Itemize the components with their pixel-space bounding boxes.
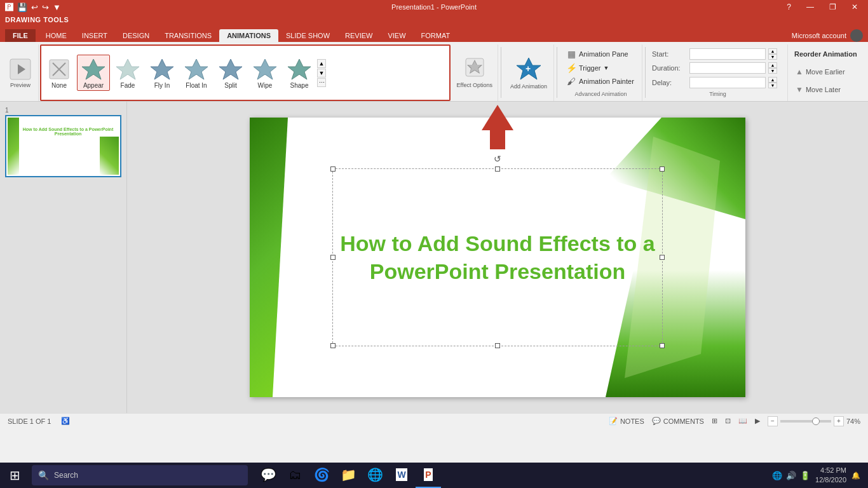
scroll-down-button[interactable]: ▼ xyxy=(317,69,326,78)
notification-icon[interactable]: 🔔 xyxy=(851,471,860,480)
handle-middle-left[interactable] xyxy=(330,255,336,260)
anim-split[interactable]: Split xyxy=(214,55,247,91)
tab-transitions[interactable]: TRANSITIONS xyxy=(157,29,219,42)
taskbar-app-powerpoint[interactable]: P xyxy=(416,463,441,488)
help-button[interactable]: ? xyxy=(782,0,796,14)
preview-button[interactable] xyxy=(9,58,32,81)
start-button[interactable]: ⊞ xyxy=(0,463,29,488)
undo-icon[interactable]: ↩ xyxy=(31,3,38,12)
anim-appear[interactable]: Appear xyxy=(77,55,110,91)
normal-view-icon[interactable]: ⊞ xyxy=(712,417,717,425)
comments-icon: 💬 xyxy=(652,417,661,425)
fit-view-icon[interactable]: ⊡ xyxy=(725,417,731,425)
handle-top-right[interactable] xyxy=(660,166,665,172)
ribbon-group-add-animation[interactable]: + Add Animation xyxy=(504,44,554,101)
fade-icon xyxy=(115,57,140,82)
scroll-more-button[interactable]: ⋯ xyxy=(317,78,326,87)
delay-input[interactable] xyxy=(689,77,766,88)
animation-painter-button[interactable]: 🖌 Animation Painter xyxy=(565,76,637,87)
anim-floatin[interactable]: Float In xyxy=(180,55,213,91)
status-right: 📝 NOTES 💬 COMMENTS ⊞ ⊡ 📖 ▶ − + 74% xyxy=(609,416,860,426)
slide-textbox[interactable]: ↺ How to Add Sound Effects to a PowerPoi… xyxy=(332,168,663,346)
taskbar-app-taskview[interactable]: 🗂 xyxy=(282,463,308,488)
comments-button[interactable]: 💬 COMMENTS xyxy=(652,417,704,425)
taskbar-app-chrome[interactable]: 🌐 xyxy=(362,463,388,488)
handle-bottom-middle[interactable] xyxy=(495,343,500,348)
start-spin-down[interactable]: ▼ xyxy=(768,54,777,60)
redo-icon[interactable]: ↪ xyxy=(42,3,49,12)
advanced-group-label: Advanced Animation xyxy=(565,91,637,97)
zoom-in-button[interactable]: + xyxy=(834,416,844,426)
handle-bottom-right[interactable] xyxy=(660,343,665,348)
save-icon[interactable]: 💾 xyxy=(17,3,27,12)
taskbar-app-explorer[interactable]: 📁 xyxy=(336,463,361,488)
slide-canvas: ↺ How to Add Sound Effects to a PowerPoi… xyxy=(250,118,745,397)
restore-button[interactable]: ❐ xyxy=(824,0,841,14)
trigger-button[interactable]: ⚡ Trigger ▼ xyxy=(565,62,637,74)
duration-input[interactable] xyxy=(689,62,766,74)
scroll-up-button[interactable]: ▲ xyxy=(317,59,326,68)
handle-middle-right[interactable] xyxy=(660,255,665,260)
handle-top-left[interactable] xyxy=(330,166,336,172)
rotate-handle[interactable]: ↺ xyxy=(494,154,501,164)
tab-animations[interactable]: ANIMATIONS xyxy=(219,29,278,42)
taskbar-search[interactable]: 🔍 Search xyxy=(32,465,248,485)
taskbar-app-cortana[interactable]: 💬 xyxy=(255,463,281,488)
handle-bottom-left[interactable] xyxy=(330,343,336,348)
notes-button[interactable]: 📝 NOTES xyxy=(609,417,644,425)
zoom-level[interactable]: 74% xyxy=(846,417,860,425)
reading-view-icon[interactable]: 📖 xyxy=(738,417,747,425)
delay-spin-down[interactable]: ▼ xyxy=(768,83,777,88)
duration-spin-down[interactable]: ▼ xyxy=(768,68,777,74)
tab-insert[interactable]: INSERT xyxy=(74,29,115,42)
slide-info: SLIDE 1 OF 1 xyxy=(8,417,51,425)
tab-review[interactable]: REVIEW xyxy=(337,29,380,42)
ribbon-group-effect-options[interactable]: Effect Options xyxy=(452,44,498,101)
tab-view[interactable]: VIEW xyxy=(380,29,413,42)
animation-scroll: None Appear Fade xyxy=(43,47,316,98)
shape-icon xyxy=(287,57,312,82)
duration-spin-up[interactable]: ▲ xyxy=(768,62,777,68)
customize-icon[interactable]: ▼ xyxy=(53,3,61,12)
tab-slideshow[interactable]: SLIDE SHOW xyxy=(278,29,337,42)
start-input[interactable] xyxy=(689,48,766,60)
add-animation-icon: + xyxy=(517,57,541,83)
handle-top-middle[interactable] xyxy=(495,166,500,172)
tab-home[interactable]: HOME xyxy=(38,29,74,42)
minimize-button[interactable]: — xyxy=(801,0,819,14)
svg-marker-17 xyxy=(482,105,513,149)
taskbar-clock[interactable]: 4:52 PM 12/8/2020 xyxy=(815,466,846,485)
move-earlier-button[interactable]: ▲ Move Earlier xyxy=(794,66,860,78)
svg-marker-5 xyxy=(82,59,105,79)
split-label: Split xyxy=(224,82,236,89)
taskbar-app-word[interactable]: W xyxy=(389,463,414,488)
slideshow-view-icon[interactable]: ▶ xyxy=(755,417,760,425)
anim-shape[interactable]: Shape xyxy=(283,55,316,91)
anim-none[interactable]: None xyxy=(43,55,76,91)
zoom-out-button[interactable]: − xyxy=(768,416,778,426)
move-later-button[interactable]: ▼ Move Later xyxy=(794,84,860,95)
tab-file[interactable]: FILE xyxy=(5,29,36,42)
anim-flyin[interactable]: Fly In xyxy=(146,55,179,91)
close-button[interactable]: ✕ xyxy=(846,0,863,14)
account-label[interactable]: Microsoft account xyxy=(792,32,846,39)
slide-thumbnail-wrapper[interactable]: How to Add Sound Effects to a PowerPoint… xyxy=(5,115,121,177)
taskbar-app-edge[interactable]: 🌀 xyxy=(309,463,334,488)
zoom-thumb[interactable] xyxy=(812,417,820,425)
taskbar: ⊞ 🔍 Search 💬 🗂 🌀 📁 🌐 W P 🌐 🔊 🔋 xyxy=(0,463,868,488)
anim-fade[interactable]: Fade xyxy=(111,55,144,91)
animation-pane-button[interactable]: ▦ Animation Pane xyxy=(565,48,637,60)
start-spin-up[interactable]: ▲ xyxy=(768,48,777,54)
slide-deco-left xyxy=(250,118,288,397)
clock-date: 12/8/2020 xyxy=(815,475,846,485)
anim-wipe[interactable]: Wipe xyxy=(248,55,281,91)
zoom-slider[interactable] xyxy=(780,420,831,423)
accessibility-icon[interactable]: ♿ xyxy=(61,417,70,425)
powerpoint-icon: P xyxy=(424,468,432,481)
volume-icon[interactable]: 🔊 xyxy=(786,471,796,480)
drawing-tools-label: DRAWING TOOLS xyxy=(5,16,69,24)
network-icon[interactable]: 🌐 xyxy=(772,471,782,480)
tab-format[interactable]: FORMAT xyxy=(414,29,458,42)
delay-spin-up[interactable]: ▲ xyxy=(768,77,777,83)
tab-design[interactable]: DESIGN xyxy=(115,29,157,42)
